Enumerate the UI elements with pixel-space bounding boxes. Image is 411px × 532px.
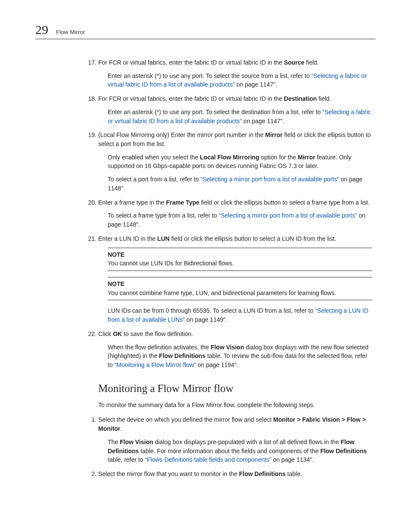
text: For FCR or virtual fabrics, enter the fa…: [98, 59, 284, 66]
text: Enter an asterisk (*) to use any port. T…: [108, 72, 311, 79]
text: Select the device on which you defined t…: [98, 416, 273, 423]
step-body: Select the device on which you defined t…: [98, 415, 372, 433]
text: Only enabled when you select the: [108, 154, 200, 161]
text: LUN IDs can be from 0 through 65535. To …: [108, 307, 315, 314]
text: .: [120, 425, 122, 432]
step-body: Select the mirror flow that you want to …: [98, 470, 372, 479]
step-sub: Only enabled when you select the Local F…: [98, 153, 372, 171]
cross-reference-link[interactable]: “Flows Definitions table fields and comp…: [145, 456, 271, 463]
section-heading: Monitoring a Flow Mirror flow: [98, 383, 372, 395]
text: Select the mirror flow that you want to …: [98, 470, 239, 477]
bold-text: Flow Vision: [120, 439, 153, 445]
text: table.: [286, 470, 302, 477]
chapter-number: 29: [35, 23, 48, 36]
text: For FCR or virtual fabrics, enter the fa…: [98, 95, 284, 102]
step-item: 17.For FCR or virtual fabrics, enter the…: [98, 58, 372, 89]
step-item: 2.Select the mirror flow that you want t…: [98, 470, 372, 479]
text: on page 1147".: [235, 81, 277, 88]
step-number: 20.: [85, 198, 97, 207]
step-sub: Enter an asterisk (*) to use any port. T…: [98, 72, 372, 89]
step-list-2: 1.Select the device on which you defined…: [98, 415, 372, 478]
text: Click: [98, 330, 113, 337]
step-body: Enter a frame type in the Frame Type fie…: [98, 198, 372, 207]
text: on page 1147".: [242, 118, 284, 124]
bold-text: Flow Definitions: [239, 470, 286, 477]
cross-reference-link[interactable]: “Selecting a mirror port from a list of …: [219, 212, 357, 219]
text: on page 1194".: [196, 361, 238, 368]
bold-text: Flow Definitions: [159, 352, 206, 359]
note-block: NOTEYou cannot combine frame type, LUN, …: [108, 277, 372, 300]
bold-text: Mirror: [298, 154, 315, 161]
page-header: 29 Flow Mirror: [35, 23, 376, 39]
step-body: For FCR or virtual fabrics, enter the fa…: [98, 94, 372, 103]
text: Enter a frame type in the: [98, 199, 166, 206]
step-body: (Local Flow Mirroring only) Enter the mi…: [98, 131, 372, 148]
text: on page 1149".: [185, 316, 227, 323]
text: field.: [305, 59, 319, 66]
step-list: 17.For FCR or virtual fabrics, enter the…: [98, 58, 372, 370]
step-body: Click OK to save the flow definition.: [98, 330, 372, 339]
step-sub: LUN IDs can be from 0 through 65535. To …: [98, 306, 372, 324]
note-block: NOTEYou cannot use LUN IDs for Bidirecti…: [108, 248, 372, 271]
step-body: Enter a LUN ID in the LUN field or click…: [98, 234, 372, 243]
step-sub: The Flow Vision dialog box displays pre-…: [98, 438, 372, 464]
section-lead: To monitor the summary data for a Flow M…: [98, 401, 372, 410]
note-title: NOTE: [108, 280, 372, 289]
step-item: 19.(Local Flow Mirroring only) Enter the…: [98, 131, 372, 193]
text: Enter a LUN ID in the: [98, 235, 157, 242]
step-number: 19.: [85, 131, 97, 140]
bold-text: Frame Type: [166, 199, 199, 206]
step-item: 20.Enter a frame type in the Frame Type …: [98, 198, 372, 229]
step-sub: To select a frame type from a list, refe…: [98, 211, 372, 229]
step-item: 18.For FCR or virtual fabrics, enter the…: [98, 94, 372, 125]
text: To select a frame type from a list, refe…: [108, 212, 219, 219]
bold-text: Local Flow Mirroring: [200, 154, 259, 161]
note-title: NOTE: [108, 250, 372, 259]
text: table. For more information about the fi…: [139, 448, 320, 454]
bold-text: LUN: [157, 235, 170, 242]
step-sub: Enter an asterisk (*) to use any port. T…: [98, 108, 372, 125]
text: table, refer to: [108, 456, 145, 463]
text: field or click the ellipsis button to se…: [199, 199, 370, 206]
cross-reference-link[interactable]: “Selecting a mirror port from a list of …: [201, 176, 339, 183]
note-body: You cannot combine frame type, LUN, and …: [108, 289, 336, 296]
step-number: 18.: [85, 94, 97, 103]
step-body: For FCR or virtual fabrics, enter the fa…: [98, 58, 372, 67]
step-item: 1.Select the device on which you defined…: [98, 415, 372, 464]
chapter-title: Flow Mirror: [56, 29, 85, 35]
text: field.: [317, 95, 331, 102]
text: Enter an asterisk (*) to use any port. T…: [108, 109, 323, 115]
text: (Local Flow Mirroring only) Enter the mi…: [98, 131, 265, 138]
step-item: 22.Click OK to save the flow definition.…: [98, 330, 372, 370]
bold-text: OK: [113, 330, 122, 337]
text: dialog box displays pre-populated with a…: [153, 439, 341, 445]
step-number: 17.: [85, 58, 97, 67]
bold-text: Mirror: [265, 131, 282, 138]
step-item: 21.Enter a LUN ID in the LUN field or cl…: [98, 234, 372, 324]
content: 17.For FCR or virtual fabrics, enter the…: [98, 58, 372, 479]
note-body: You cannot use LUN IDs for Bidirectional…: [108, 260, 234, 267]
step-number: 1.: [85, 415, 97, 424]
text: When the flow definition activates, the: [108, 344, 211, 351]
text: field or click the ellipsis button to se…: [170, 235, 336, 242]
step-sub: To select a port from a list, refer to “…: [98, 175, 372, 193]
text: option for the: [259, 154, 298, 161]
step-sub: When the flow definition activates, the …: [98, 343, 372, 370]
step-number: 2.: [85, 470, 97, 479]
step-number: 21.: [85, 234, 97, 243]
text: To select a port from a list, refer to: [108, 176, 201, 183]
bold-text: Flow Vision: [211, 344, 244, 351]
bold-text: Flow Definitions: [320, 448, 367, 454]
text: The: [108, 439, 120, 445]
page: 29 Flow Mirror 17.For FCR or virtual fab…: [0, 0, 411, 532]
text: on page 1134".: [271, 456, 314, 463]
text: to save the flow definition.: [122, 330, 193, 337]
bold-text: Destination: [284, 95, 317, 102]
cross-reference-link[interactable]: “Monitoring a Flow Mirror flow”: [115, 361, 196, 368]
bold-text: Source: [284, 59, 304, 66]
step-number: 22.: [85, 330, 97, 339]
